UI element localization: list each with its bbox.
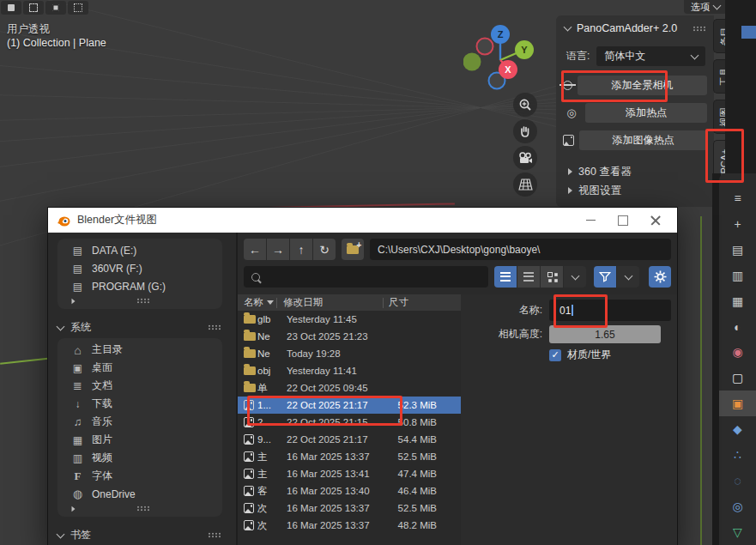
grip-icon[interactable] bbox=[136, 506, 149, 512]
npanel-button[interactable]: 添加图像热点 bbox=[579, 130, 707, 150]
chevron-down-icon bbox=[57, 530, 65, 538]
system-item[interactable]: 下载 bbox=[57, 395, 222, 413]
chevron-down-icon bbox=[691, 51, 699, 59]
refresh-button[interactable]: ↻ bbox=[313, 239, 336, 260]
material-world-checkbox[interactable]: ✓ bbox=[549, 349, 561, 361]
sort-desc-icon bbox=[267, 300, 274, 305]
language-dropdown[interactable]: 简体中文 bbox=[596, 46, 705, 66]
主[interactable]: 主 16 Mar 2025 13:41 47.4 MiB bbox=[238, 465, 461, 482]
expand-arrow-icon[interactable] bbox=[72, 298, 76, 303]
back-button[interactable]: ← bbox=[244, 239, 266, 260]
desktop-icon bbox=[71, 362, 84, 374]
单[interactable]: 单 22 Oct 2025 09:45 bbox=[238, 379, 461, 397]
grip-icon bbox=[208, 324, 221, 330]
music-icon bbox=[71, 415, 84, 428]
annotation-selected-file bbox=[247, 396, 402, 426]
filter-funnel-icon[interactable] bbox=[594, 266, 616, 288]
zoom-icon[interactable] bbox=[513, 93, 537, 117]
forward-button[interactable]: → bbox=[267, 239, 289, 260]
mode-icon[interactable] bbox=[1, 1, 21, 15]
navigation-gizmo[interactable]: Z Y X bbox=[463, 22, 549, 94]
bookmarks-section-header[interactable]: 书签 bbox=[57, 528, 221, 542]
minimize-button[interactable] bbox=[578, 211, 603, 230]
drive-icon bbox=[71, 245, 84, 257]
world-icon[interactable]: ◉ bbox=[719, 340, 756, 366]
particles-icon[interactable]: ∴ bbox=[719, 442, 756, 468]
dialog-titlebar[interactable]: Blender文件视图 bbox=[48, 208, 677, 233]
outliner-selected-row[interactable] bbox=[741, 26, 756, 39]
editor-menu-icon[interactable]: ≡ bbox=[719, 185, 756, 211]
mode-icon[interactable] bbox=[23, 1, 44, 15]
mode-icon[interactable] bbox=[45, 1, 66, 15]
blender-file-view-dialog: Blender文件视图 DATA (E:) 360VR (F:) bbox=[47, 207, 678, 545]
modifiers-icon[interactable]: ◆ bbox=[719, 416, 756, 442]
maximize-button[interactable] bbox=[610, 211, 636, 230]
camera-view-icon[interactable] bbox=[513, 146, 537, 170]
orthographic-grid-icon[interactable] bbox=[513, 173, 537, 197]
system-item[interactable]: OneDrive bbox=[57, 485, 222, 503]
volume-item[interactable]: DATA (E:) bbox=[57, 241, 222, 259]
data-icon[interactable]: ▽ bbox=[719, 519, 756, 545]
Ne[interactable]: Ne Today 19:28 bbox=[238, 345, 461, 362]
主[interactable]: 主 16 Mar 2025 13:37 52.5 MiB bbox=[238, 448, 461, 465]
次[interactable]: 次 16 Mar 2025 13:37 48.2 MiB bbox=[238, 517, 461, 534]
obj[interactable]: obj Yesterday 11:41 bbox=[238, 362, 461, 379]
close-button[interactable] bbox=[643, 211, 668, 230]
glb[interactable]: glb Yesterday 11:45 bbox=[238, 311, 461, 328]
volume-item[interactable]: 360VR (F:) bbox=[57, 259, 222, 277]
pan-hand-icon[interactable] bbox=[513, 119, 537, 143]
file-type-icon bbox=[244, 486, 257, 496]
file-list-header[interactable]: 名称 修改日期 尺寸 bbox=[238, 294, 461, 311]
volume-item[interactable]: PROGRAM (G:) bbox=[57, 277, 222, 295]
constraints-icon[interactable]: ◎ bbox=[719, 494, 756, 519]
file-type-icon bbox=[244, 434, 257, 445]
mode-icon[interactable] bbox=[68, 1, 88, 15]
system-section-header[interactable]: 系统 bbox=[57, 320, 221, 335]
system-item[interactable]: 视频 bbox=[57, 449, 222, 467]
collapse-chevron-icon[interactable] bbox=[564, 23, 572, 32]
search-input[interactable] bbox=[244, 266, 488, 288]
grip-icon[interactable] bbox=[136, 298, 149, 304]
display-thumbnails-icon[interactable] bbox=[541, 266, 563, 288]
tool-icon[interactable]: + bbox=[719, 211, 756, 237]
collapsed-section[interactable]: 360 查看器 bbox=[556, 162, 714, 181]
new-folder-button[interactable] bbox=[342, 239, 364, 260]
scene-icon[interactable]: ◐ bbox=[719, 314, 756, 340]
客[interactable]: 客 16 Mar 2025 13:40 46.4 MiB bbox=[238, 482, 461, 500]
onedrive-icon bbox=[71, 487, 84, 500]
path-field[interactable]: C:\Users\CXJ\Desktop\gong\baoye\ bbox=[370, 239, 671, 260]
blender-logo-icon bbox=[57, 214, 70, 227]
search-icon bbox=[251, 273, 260, 282]
system-item[interactable]: 主目录 bbox=[57, 341, 222, 359]
display-mode-chevron[interactable] bbox=[564, 266, 586, 288]
次[interactable]: 次 16 Mar 2025 13:37 52.5 MiB bbox=[238, 500, 461, 517]
system-item[interactable]: 文档 bbox=[57, 377, 222, 395]
render-icon[interactable]: ▤ bbox=[719, 237, 756, 263]
expand-arrow-icon[interactable] bbox=[72, 506, 76, 511]
output-icon[interactable]: ▥ bbox=[719, 263, 756, 288]
display-vertical-list-icon[interactable] bbox=[494, 266, 517, 288]
filter-chevron[interactable] bbox=[617, 266, 639, 288]
home-icon bbox=[71, 343, 84, 357]
object-icon[interactable]: ▣ bbox=[719, 391, 756, 416]
Ne[interactable]: Ne 23 Oct 2025 21:23 bbox=[238, 328, 461, 345]
physics-icon[interactable]: ◌ bbox=[719, 468, 756, 494]
system-item[interactable]: 桌面 bbox=[57, 359, 222, 377]
system-item[interactable]: 音乐 bbox=[57, 413, 222, 431]
system-item[interactable]: 字体 bbox=[57, 467, 222, 485]
9...[interactable]: 9... 22 Oct 2025 21:17 54.4 MiB bbox=[238, 431, 461, 448]
svg-text:X: X bbox=[505, 64, 511, 75]
system-item[interactable]: 图片 bbox=[57, 431, 222, 449]
view-layer-icon[interactable]: ▦ bbox=[719, 288, 756, 314]
up-button[interactable]: ↑ bbox=[290, 239, 312, 260]
collapsed-section[interactable]: 视图设置 bbox=[556, 181, 714, 200]
grip-icon[interactable] bbox=[692, 26, 705, 32]
options-button[interactable]: 选项 bbox=[684, 0, 727, 14]
collection-icon[interactable]: ▢ bbox=[719, 365, 756, 391]
npanel-button[interactable]: 添加热点 bbox=[585, 103, 707, 123]
camera-height-slider[interactable]: 1.65 bbox=[549, 325, 661, 343]
settings-gear-icon[interactable] bbox=[649, 266, 671, 288]
display-horizontal-list-icon[interactable] bbox=[517, 266, 540, 288]
file-type-icon bbox=[244, 520, 257, 530]
file-type-icon bbox=[244, 366, 257, 375]
